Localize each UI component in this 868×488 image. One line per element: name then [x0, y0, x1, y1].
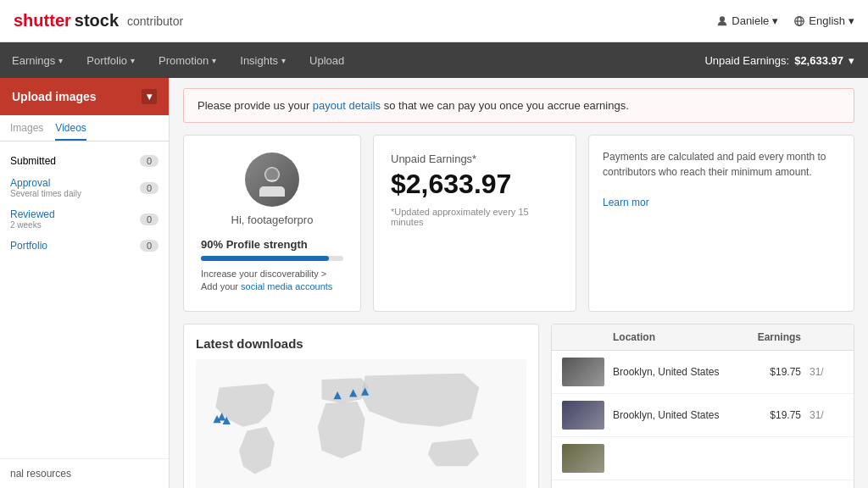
- sidebar-item-submitted: Submitted 0: [0, 150, 169, 172]
- svg-rect-5: [259, 186, 285, 197]
- user-menu[interactable]: Daniele ▾: [716, 14, 778, 27]
- tab-images[interactable]: Images: [10, 122, 43, 141]
- svg-point-7: [266, 169, 278, 180]
- unpaid-dropdown-arrow: ▾: [849, 54, 854, 67]
- avatar-image: [245, 152, 299, 207]
- date-1: 31/: [810, 366, 843, 378]
- sidebar-items: Submitted 0 Approval Several times daily…: [0, 141, 169, 265]
- header-right: Daniele ▾ English ▾: [716, 14, 854, 27]
- col-header-date: [810, 331, 843, 343]
- nav-upload-label: Upload: [309, 54, 344, 67]
- sidebar-item-reviewed: Reviewed 2 weeks 0: [0, 203, 169, 235]
- nav-portfolio-label: Portfolio: [86, 54, 127, 67]
- thumbnail-1: [562, 358, 604, 386]
- social-media-link[interactable]: social media accounts: [241, 281, 332, 291]
- globe-icon: [793, 15, 805, 27]
- nav-insights-arrow: ▾: [281, 56, 286, 65]
- location-1: Brooklyn, United States: [613, 366, 733, 378]
- alert-text-before: Please provide us your: [198, 99, 313, 112]
- header: shutterstock contributor Daniele ▾ Engli…: [0, 0, 868, 42]
- user-icon: [716, 15, 728, 27]
- tab-videos-label: Videos: [55, 122, 86, 134]
- approval-sublabel: Several times daily: [10, 189, 81, 198]
- map-container: [196, 359, 526, 488]
- greeting-text: Hi, footageforpro: [231, 214, 314, 226]
- logo-contributor: contributor: [127, 14, 183, 28]
- portfolio-count: 0: [140, 240, 159, 252]
- earnings-1: $19.75: [742, 366, 801, 378]
- table-row: Brooklyn, United States $19.75 31/: [552, 394, 854, 437]
- sidebar-tabs: Images Videos: [0, 115, 169, 141]
- thumbnail-3: [562, 444, 604, 473]
- progress-bar-background: [201, 256, 343, 261]
- user-name: Daniele: [732, 14, 769, 27]
- tab-images-label: Images: [10, 122, 43, 134]
- avatar: [245, 152, 299, 207]
- earnings-2: $19.75: [742, 409, 801, 421]
- date-2: 31/: [810, 409, 843, 421]
- language-menu[interactable]: English ▾: [793, 14, 854, 27]
- nav-portfolio-arrow: ▾: [131, 56, 135, 65]
- sidebar: Upload images ▾ Images Videos Submitted …: [0, 78, 170, 488]
- unpaid-label: Unpaid Earnings:: [704, 54, 789, 67]
- nav-earnings[interactable]: Earnings ▾: [0, 42, 75, 78]
- upload-button[interactable]: Upload images ▾: [0, 78, 169, 115]
- unpaid-earnings-display[interactable]: Unpaid Earnings: $2,633.97 ▾: [691, 54, 868, 67]
- nav-promotion-arrow: ▾: [212, 56, 216, 65]
- svg-rect-8: [268, 180, 276, 181]
- unpaid-amount: $2,633.97: [794, 54, 843, 67]
- nav-portfolio[interactable]: Portfolio ▾: [75, 42, 147, 78]
- user-dropdown-arrow: ▾: [772, 14, 778, 27]
- reviewed-sublabel: 2 weeks: [10, 220, 55, 230]
- nav-promotion[interactable]: Promotion ▾: [147, 42, 228, 78]
- sidebar-item-approval: Approval Several times daily 0: [0, 172, 169, 203]
- logo-stock: stock: [75, 11, 119, 30]
- downloads-table: Location Earnings Brooklyn, United State…: [551, 324, 854, 488]
- payments-card: Payments are calculated and paid every m…: [588, 135, 854, 312]
- sidebar-footer: nal resources: [0, 458, 169, 488]
- tab-videos[interactable]: Videos: [55, 122, 86, 141]
- avatar-svg: [255, 163, 289, 197]
- nav-promotion-label: Promotion: [159, 54, 209, 67]
- reviewed-label[interactable]: Reviewed: [10, 208, 55, 220]
- portfolio-label[interactable]: Portfolio: [10, 240, 47, 252]
- table-row: Brooklyn, United States $19.75 31/: [552, 351, 854, 394]
- col-header-location: Location: [613, 331, 733, 343]
- payments-text: Payments are calculated and paid every m…: [603, 149, 840, 180]
- nav-insights-label: Insights: [240, 54, 278, 67]
- alert-text-after: so that we can pay you once you accrue e…: [381, 99, 629, 112]
- payout-details-link[interactable]: payout details: [313, 99, 381, 112]
- submitted-count: 0: [140, 155, 159, 167]
- world-map-svg: [196, 359, 526, 488]
- approval-label[interactable]: Approval: [10, 177, 81, 189]
- table-row: [552, 437, 854, 480]
- upload-dropdown-icon: ▾: [142, 89, 157, 104]
- table-header: Location Earnings: [552, 324, 854, 351]
- location-2: Brooklyn, United States: [613, 409, 733, 421]
- main-layout: Upload images ▾ Images Videos Submitted …: [0, 78, 868, 488]
- main-content: Please provide us your payout details so…: [170, 78, 868, 488]
- sidebar-footer-label: nal resources: [10, 468, 71, 480]
- nav-upload[interactable]: Upload: [298, 42, 356, 78]
- downloads-map-card: Latest downloads: [183, 324, 539, 488]
- sidebar-item-portfolio: Portfolio 0: [0, 235, 169, 257]
- learn-more-link[interactable]: Learn mor: [603, 197, 649, 208]
- profile-card: Hi, footageforpro 90% Profile strength I…: [183, 135, 361, 312]
- approval-count: 0: [140, 182, 159, 194]
- navbar: Earnings ▾ Portfolio ▾ Promotion ▾ Insig…: [0, 42, 868, 78]
- downloads-title: Latest downloads: [196, 336, 526, 351]
- nav-insights[interactable]: Insights ▾: [228, 42, 298, 78]
- nav-earnings-label: Earnings: [12, 54, 55, 67]
- logo: shutterstock contributor: [14, 11, 183, 30]
- strength-label: 90% Profile strength: [201, 238, 308, 251]
- dashboard-grid: Hi, footageforpro 90% Profile strength I…: [170, 123, 868, 324]
- thumbnail-2: [562, 401, 604, 430]
- logo-shutter: shutter: [14, 11, 71, 30]
- nav-items: Earnings ▾ Portfolio ▾ Promotion ▾ Insig…: [0, 42, 356, 78]
- col-header-image: [562, 331, 604, 343]
- progress-bar-fill: [201, 256, 329, 261]
- downloads-section: Latest downloads: [170, 324, 868, 488]
- earnings-card: Unpaid Earnings* $2,633.97 *Updated appr…: [373, 135, 576, 312]
- reviewed-count: 0: [140, 214, 159, 225]
- nav-earnings-arrow: ▾: [58, 56, 63, 65]
